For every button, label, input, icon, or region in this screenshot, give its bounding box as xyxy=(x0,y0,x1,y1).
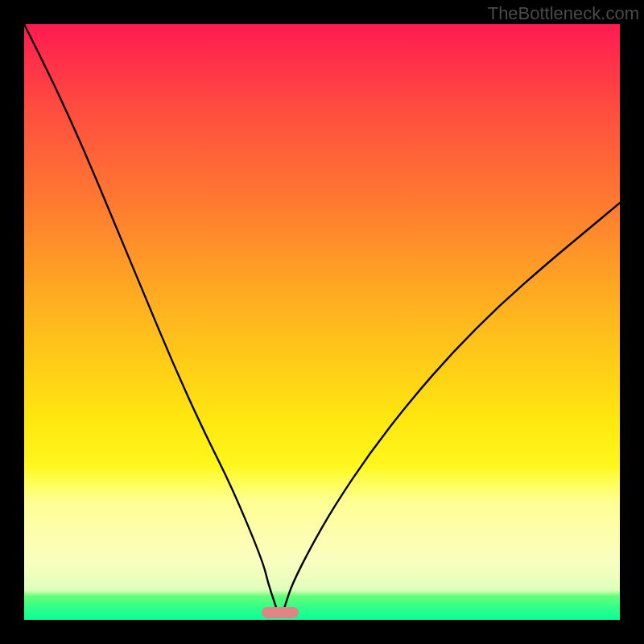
watermark-text: TheBottleneck.com xyxy=(488,3,639,24)
bottleneck-curve xyxy=(24,24,620,620)
plot-area xyxy=(24,24,620,620)
chart-frame: TheBottleneck.com xyxy=(0,0,644,644)
valley-marker xyxy=(262,607,299,618)
